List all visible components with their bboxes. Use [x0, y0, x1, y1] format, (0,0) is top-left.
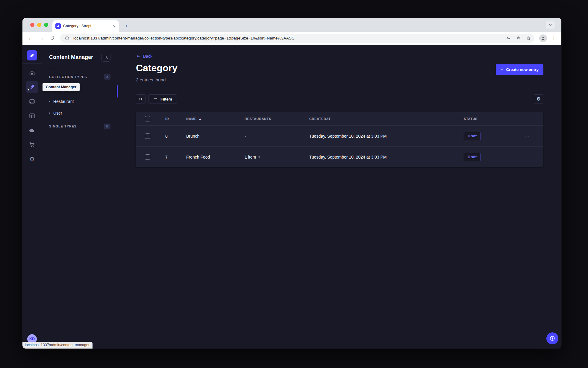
plus-icon: +: [501, 67, 503, 72]
nav-settings-button[interactable]: ⚙: [26, 153, 38, 165]
browser-window: Category | Strapi × + ← → localhost:1337…: [22, 18, 561, 349]
close-window-button[interactable]: [30, 23, 34, 27]
active-item-indicator: [117, 85, 118, 98]
browser-tab[interactable]: Category | Strapi ×: [52, 20, 119, 32]
table-search-button[interactable]: [136, 94, 146, 104]
main-nav-rail: ⚙ KD: [22, 45, 42, 349]
filters-button[interactable]: Filters: [148, 94, 177, 104]
row-actions-button[interactable]: ⋯: [510, 154, 543, 160]
select-all-checkbox[interactable]: [145, 116, 150, 121]
nav-content-type-builder-button[interactable]: [26, 110, 38, 122]
view-settings-button[interactable]: ⚙: [534, 94, 543, 104]
row-checkbox[interactable]: [145, 133, 150, 139]
main-content: Back Category + Create new entry 2 entri…: [118, 45, 561, 349]
tab-title: Category | Strapi: [63, 24, 110, 28]
shopping-cart-icon: [29, 141, 35, 148]
search-icon: [139, 97, 143, 101]
nav-media-library-button[interactable]: [26, 95, 38, 107]
back-label: Back: [143, 54, 152, 59]
entries-table: ID NAME ▲ RESTAURANTS CREATEDAT STATUS 8…: [136, 112, 543, 167]
window-controls: [30, 23, 48, 27]
tab-strip: Category | Strapi × +: [22, 18, 561, 32]
nav-content-manager-button[interactable]: [26, 81, 38, 93]
cell-name: French Food: [180, 155, 239, 159]
tab-search-button[interactable]: [546, 21, 555, 29]
arrow-left-icon: [136, 54, 141, 59]
table-header-row: ID NAME ▲ RESTAURANTS CREATEDAT STATUS: [136, 112, 543, 125]
question-mark-icon: [549, 335, 555, 341]
column-header-name[interactable]: NAME ▲: [180, 117, 239, 121]
forward-button[interactable]: →: [37, 34, 46, 43]
nav-home-button[interactable]: [26, 67, 38, 79]
mouse-cursor-icon: [26, 87, 31, 94]
status-badge: Draft: [464, 132, 481, 140]
sidebar-item-label: Restaurant: [53, 99, 74, 104]
url-text[interactable]: localhost:1337/admin/content-manager/col…: [73, 36, 502, 40]
site-info-icon[interactable]: [63, 34, 71, 42]
zoom-window-button[interactable]: [44, 23, 48, 27]
new-tab-button[interactable]: +: [122, 22, 131, 30]
create-new-entry-button[interactable]: + Create new entry: [496, 64, 543, 75]
bullet-icon: [49, 101, 50, 102]
bookmark-star-icon[interactable]: [525, 34, 533, 42]
chevron-down-icon: [548, 23, 552, 27]
sidebar-item-user[interactable]: User: [49, 107, 110, 119]
collection-types-label: COLLECTION TYPES: [49, 75, 87, 79]
media-library-icon: [29, 98, 35, 105]
cell-restaurants: -: [239, 134, 303, 139]
browser-toolbar: ← → localhost:1337/admin/content-manager…: [22, 32, 561, 45]
collection-types-count-badge: 3: [104, 74, 110, 80]
gear-icon: ⚙: [537, 97, 541, 101]
strapi-app: ⚙ KD Content Manager COLLECTION TYPES 3: [22, 45, 561, 349]
strapi-favicon-icon: [55, 23, 61, 29]
create-new-entry-label: Create new entry: [506, 67, 539, 72]
reload-icon: [50, 36, 55, 41]
bullet-icon: [49, 112, 50, 114]
status-badge: Draft: [464, 153, 481, 161]
browser-menu-button[interactable]: ⋮: [550, 35, 558, 41]
reload-button[interactable]: [48, 34, 57, 43]
back-button[interactable]: ←: [26, 34, 35, 43]
url-bar[interactable]: localhost:1337/admin/content-manager/col…: [60, 34, 534, 43]
profile-icon: [541, 36, 545, 41]
tab-close-icon[interactable]: ×: [112, 24, 116, 29]
filter-icon: [153, 97, 158, 101]
column-header-createdat[interactable]: CREATEDAT: [303, 117, 458, 121]
cell-id: 7: [159, 155, 180, 159]
column-header-id[interactable]: ID: [159, 117, 180, 121]
page-title: Category: [136, 63, 178, 73]
browser-profile-button[interactable]: [539, 34, 547, 42]
subnav-title: Content Manager: [49, 54, 93, 60]
cell-restaurants[interactable]: 1 item ▾: [239, 155, 303, 159]
sidebar-item-restaurant[interactable]: Restaurant: [49, 95, 110, 107]
search-icon: [104, 55, 108, 60]
subnav-search-button[interactable]: [101, 53, 110, 62]
table-row[interactable]: 7 French Food 1 item ▾ Tuesday, Septembe…: [136, 146, 543, 167]
cell-name: Brunch: [180, 134, 239, 139]
table-row[interactable]: 8 Brunch - Tuesday, September 10, 2024 a…: [136, 125, 543, 146]
column-header-restaurants[interactable]: RESTAURANTS: [239, 117, 303, 121]
link-preview-status: localhost:1337/admin/content-manager: [22, 342, 93, 349]
subnav-divider: [49, 68, 56, 68]
row-checkbox[interactable]: [145, 154, 150, 160]
minimize-window-button[interactable]: [37, 23, 41, 27]
cell-id: 8: [159, 134, 180, 139]
single-types-count-badge: 0: [104, 124, 110, 129]
content-type-builder-icon: [29, 112, 35, 119]
nav-tooltip: Content Manager: [43, 83, 80, 91]
nav-cloud-button[interactable]: [26, 124, 38, 136]
back-link[interactable]: Back: [136, 54, 543, 59]
sort-ascending-icon: ▲: [199, 117, 202, 120]
help-button[interactable]: [546, 332, 558, 344]
column-header-status[interactable]: STATUS: [458, 117, 510, 121]
cell-createdat: Tuesday, September 10, 2024 at 3:03 PM: [303, 134, 458, 139]
zoom-page-icon[interactable]: [515, 34, 522, 42]
gear-icon: ⚙: [29, 156, 35, 162]
single-types-label: SINGLE TYPES: [49, 124, 77, 128]
password-manager-icon[interactable]: [504, 34, 512, 42]
strapi-logo[interactable]: [27, 50, 37, 60]
row-actions-button[interactable]: ⋯: [510, 133, 543, 139]
nav-marketplace-button[interactable]: [26, 139, 38, 150]
rail-divider: [22, 63, 42, 64]
dropdown-caret-icon: ▾: [258, 155, 260, 159]
